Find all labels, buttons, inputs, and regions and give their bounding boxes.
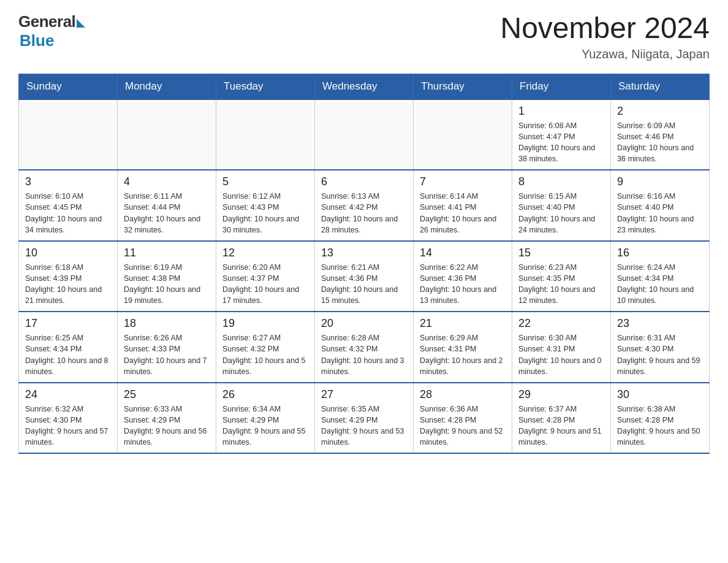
- calendar-cell: 17Sunrise: 6:25 AM Sunset: 4:34 PM Dayli…: [19, 312, 118, 383]
- day-info: Sunrise: 6:32 AM Sunset: 4:30 PM Dayligh…: [25, 404, 111, 448]
- day-number: 11: [124, 247, 210, 259]
- calendar-cell: 22Sunrise: 6:30 AM Sunset: 4:31 PM Dayli…: [512, 312, 611, 383]
- calendar-cell: [414, 99, 512, 170]
- calendar-cell: [315, 99, 414, 170]
- calendar-week-row: 3Sunrise: 6:10 AM Sunset: 4:45 PM Daylig…: [19, 170, 710, 241]
- day-number: 22: [518, 317, 604, 330]
- calendar-cell: 8Sunrise: 6:15 AM Sunset: 4:40 PM Daylig…: [512, 170, 611, 241]
- calendar-cell: 21Sunrise: 6:29 AM Sunset: 4:31 PM Dayli…: [414, 312, 512, 383]
- calendar-cell: 28Sunrise: 6:36 AM Sunset: 4:28 PM Dayli…: [414, 383, 512, 454]
- day-info: Sunrise: 6:19 AM Sunset: 4:38 PM Dayligh…: [124, 262, 210, 307]
- logo-general-text: General: [18, 12, 75, 31]
- day-number: 8: [518, 175, 604, 188]
- day-number: 19: [222, 317, 308, 330]
- day-info: Sunrise: 6:14 AM Sunset: 4:41 PM Dayligh…: [420, 191, 506, 236]
- calendar-cell: 25Sunrise: 6:33 AM Sunset: 4:29 PM Dayli…: [118, 383, 216, 454]
- calendar-cell: 2Sunrise: 6:09 AM Sunset: 4:46 PM Daylig…: [611, 99, 710, 170]
- weekday-header-row: SundayMondayTuesdayWednesdayThursdayFrid…: [19, 74, 710, 99]
- calendar-cell: 4Sunrise: 6:11 AM Sunset: 4:44 PM Daylig…: [118, 170, 216, 241]
- calendar-cell: 15Sunrise: 6:23 AM Sunset: 4:35 PM Dayli…: [512, 241, 611, 312]
- day-info: Sunrise: 6:22 AM Sunset: 4:36 PM Dayligh…: [420, 262, 506, 307]
- weekday-header-sunday: Sunday: [19, 74, 118, 99]
- calendar-week-row: 24Sunrise: 6:32 AM Sunset: 4:30 PM Dayli…: [19, 383, 710, 454]
- page-header: General Blue November 2024 Yuzawa, Niiga…: [18, 12, 710, 61]
- weekday-header-friday: Friday: [512, 74, 611, 99]
- calendar-cell: 1Sunrise: 6:08 AM Sunset: 4:47 PM Daylig…: [512, 99, 611, 170]
- day-info: Sunrise: 6:38 AM Sunset: 4:28 PM Dayligh…: [617, 404, 703, 448]
- calendar-cell: 14Sunrise: 6:22 AM Sunset: 4:36 PM Dayli…: [414, 241, 512, 312]
- calendar-cell: 23Sunrise: 6:31 AM Sunset: 4:30 PM Dayli…: [611, 312, 710, 383]
- weekday-header-tuesday: Tuesday: [216, 74, 315, 99]
- day-info: Sunrise: 6:31 AM Sunset: 4:30 PM Dayligh…: [617, 332, 703, 377]
- calendar-cell: 30Sunrise: 6:38 AM Sunset: 4:28 PM Dayli…: [611, 383, 710, 454]
- calendar-cell: 12Sunrise: 6:20 AM Sunset: 4:37 PM Dayli…: [216, 241, 315, 312]
- calendar-week-row: 1Sunrise: 6:08 AM Sunset: 4:47 PM Daylig…: [19, 99, 710, 170]
- day-number: 30: [617, 388, 703, 401]
- day-info: Sunrise: 6:26 AM Sunset: 4:33 PM Dayligh…: [124, 332, 210, 377]
- day-number: 2: [617, 105, 703, 118]
- day-info: Sunrise: 6:25 AM Sunset: 4:34 PM Dayligh…: [25, 332, 111, 377]
- calendar-cell: 26Sunrise: 6:34 AM Sunset: 4:29 PM Dayli…: [216, 383, 315, 454]
- day-info: Sunrise: 6:12 AM Sunset: 4:43 PM Dayligh…: [222, 191, 308, 236]
- calendar-cell: 16Sunrise: 6:24 AM Sunset: 4:34 PM Dayli…: [611, 241, 710, 312]
- day-number: 18: [124, 317, 210, 330]
- calendar-cell: 10Sunrise: 6:18 AM Sunset: 4:39 PM Dayli…: [19, 241, 118, 312]
- day-number: 27: [321, 388, 407, 401]
- calendar-cell: 9Sunrise: 6:16 AM Sunset: 4:40 PM Daylig…: [611, 170, 710, 241]
- weekday-header-wednesday: Wednesday: [315, 74, 414, 99]
- calendar-cell: 5Sunrise: 6:12 AM Sunset: 4:43 PM Daylig…: [216, 170, 315, 241]
- calendar-cell: 18Sunrise: 6:26 AM Sunset: 4:33 PM Dayli…: [118, 312, 216, 383]
- location-text: Yuzawa, Niigata, Japan: [500, 47, 710, 61]
- day-number: 5: [222, 175, 308, 188]
- day-info: Sunrise: 6:24 AM Sunset: 4:34 PM Dayligh…: [617, 262, 703, 307]
- day-info: Sunrise: 6:10 AM Sunset: 4:45 PM Dayligh…: [25, 191, 111, 236]
- weekday-header-thursday: Thursday: [414, 74, 512, 99]
- day-number: 7: [420, 175, 506, 188]
- day-number: 10: [25, 247, 111, 259]
- calendar-cell: [118, 99, 216, 170]
- day-number: 17: [25, 317, 111, 330]
- calendar-cell: 13Sunrise: 6:21 AM Sunset: 4:36 PM Dayli…: [315, 241, 414, 312]
- calendar-cell: 24Sunrise: 6:32 AM Sunset: 4:30 PM Dayli…: [19, 383, 118, 454]
- day-number: 21: [420, 317, 506, 330]
- calendar-cell: 19Sunrise: 6:27 AM Sunset: 4:32 PM Dayli…: [216, 312, 315, 383]
- day-number: 25: [124, 388, 210, 401]
- calendar-week-row: 10Sunrise: 6:18 AM Sunset: 4:39 PM Dayli…: [19, 241, 710, 312]
- day-info: Sunrise: 6:34 AM Sunset: 4:29 PM Dayligh…: [222, 404, 308, 448]
- day-number: 29: [518, 388, 604, 401]
- day-info: Sunrise: 6:11 AM Sunset: 4:44 PM Dayligh…: [124, 191, 210, 236]
- day-info: Sunrise: 6:18 AM Sunset: 4:39 PM Dayligh…: [25, 262, 111, 307]
- weekday-header-saturday: Saturday: [611, 74, 710, 99]
- day-info: Sunrise: 6:33 AM Sunset: 4:29 PM Dayligh…: [124, 404, 210, 448]
- day-info: Sunrise: 6:09 AM Sunset: 4:46 PM Dayligh…: [617, 120, 703, 165]
- day-info: Sunrise: 6:27 AM Sunset: 4:32 PM Dayligh…: [222, 332, 308, 377]
- day-number: 24: [25, 388, 111, 401]
- calendar-cell: 3Sunrise: 6:10 AM Sunset: 4:45 PM Daylig…: [19, 170, 118, 241]
- day-info: Sunrise: 6:30 AM Sunset: 4:31 PM Dayligh…: [518, 332, 604, 377]
- day-info: Sunrise: 6:36 AM Sunset: 4:28 PM Dayligh…: [420, 404, 506, 448]
- calendar-table: SundayMondayTuesdayWednesdayThursdayFrid…: [18, 74, 710, 454]
- day-info: Sunrise: 6:20 AM Sunset: 4:37 PM Dayligh…: [222, 262, 308, 307]
- month-title: November 2024: [500, 12, 710, 45]
- calendar-cell: 6Sunrise: 6:13 AM Sunset: 4:42 PM Daylig…: [315, 170, 414, 241]
- day-info: Sunrise: 6:13 AM Sunset: 4:42 PM Dayligh…: [321, 191, 407, 236]
- calendar-week-row: 17Sunrise: 6:25 AM Sunset: 4:34 PM Dayli…: [19, 312, 710, 383]
- calendar-cell: 29Sunrise: 6:37 AM Sunset: 4:28 PM Dayli…: [512, 383, 611, 454]
- day-number: 14: [420, 247, 506, 259]
- day-info: Sunrise: 6:16 AM Sunset: 4:40 PM Dayligh…: [617, 191, 703, 236]
- day-number: 4: [124, 175, 210, 188]
- day-number: 26: [222, 388, 308, 401]
- calendar-cell: [216, 99, 315, 170]
- day-info: Sunrise: 6:29 AM Sunset: 4:31 PM Dayligh…: [420, 332, 506, 377]
- day-number: 12: [222, 247, 308, 259]
- day-number: 1: [518, 105, 604, 118]
- logo-arrow-icon: [77, 19, 85, 28]
- title-section: November 2024 Yuzawa, Niigata, Japan: [500, 12, 710, 61]
- logo: General Blue: [18, 12, 85, 50]
- day-info: Sunrise: 6:15 AM Sunset: 4:40 PM Dayligh…: [518, 191, 604, 236]
- weekday-header-monday: Monday: [118, 74, 216, 99]
- day-number: 28: [420, 388, 506, 401]
- day-number: 23: [617, 317, 703, 330]
- day-number: 9: [617, 175, 703, 188]
- calendar-cell: 11Sunrise: 6:19 AM Sunset: 4:38 PM Dayli…: [118, 241, 216, 312]
